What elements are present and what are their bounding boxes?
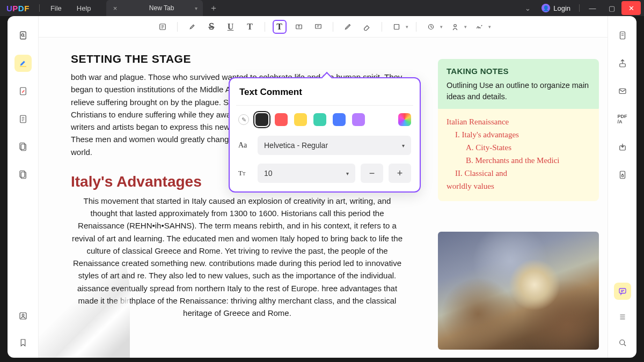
chevron-down-icon[interactable]: ▾ bbox=[195, 5, 197, 11]
outline-line: Italian Renaissance bbox=[447, 115, 590, 128]
outline-line: B. Merchants and the Medici bbox=[447, 154, 590, 167]
separator bbox=[416, 22, 416, 32]
login-button[interactable]: 👤 Login bbox=[536, 4, 576, 12]
highlight-tool-icon[interactable] bbox=[185, 20, 199, 34]
menu-file[interactable]: File bbox=[43, 4, 69, 12]
separator bbox=[382, 22, 382, 32]
size-value: 10 bbox=[264, 169, 273, 178]
color-picker-button[interactable] bbox=[398, 113, 411, 126]
separator bbox=[333, 22, 333, 32]
right-rail: PDF/A bbox=[608, 16, 636, 358]
save-icon[interactable] bbox=[614, 138, 631, 156]
outline-line: A. City-States bbox=[447, 141, 590, 154]
svg-rect-14 bbox=[394, 24, 399, 29]
main-area: S̶ U T T ▾ ▾ ▾ ▾ SETTING THE STAGE both bbox=[39, 16, 608, 358]
callout-icon[interactable] bbox=[311, 20, 325, 34]
chevron-down-icon[interactable]: ▾ bbox=[464, 24, 467, 29]
duplicate-pages-icon[interactable] bbox=[14, 166, 32, 183]
outline-line: II. Classical and bbox=[447, 167, 590, 180]
squiggly-icon[interactable]: T bbox=[243, 20, 257, 34]
sticker-icon[interactable] bbox=[448, 20, 462, 34]
comments-panel-icon[interactable] bbox=[614, 283, 631, 300]
notes-box: TAKING NOTES Outlining Use an outline to… bbox=[438, 59, 599, 112]
separator bbox=[177, 22, 178, 32]
close-button[interactable]: ✕ bbox=[621, 1, 641, 15]
text-comment-tool[interactable]: T bbox=[273, 20, 287, 34]
svg-rect-13 bbox=[315, 24, 321, 28]
pages-icon[interactable] bbox=[14, 138, 32, 156]
heading-1: SETTING THE STAGE bbox=[71, 53, 404, 65]
color-swatch-red[interactable] bbox=[275, 113, 288, 126]
signature-icon[interactable] bbox=[472, 20, 486, 34]
outline-line: I. Italy's advantages bbox=[447, 128, 590, 141]
maximize-button[interactable]: ▢ bbox=[602, 1, 621, 15]
svg-rect-18 bbox=[619, 64, 625, 67]
stamp-icon[interactable] bbox=[424, 20, 438, 34]
strikethrough-icon[interactable]: S̶ bbox=[204, 20, 218, 34]
chevron-down-icon[interactable]: ▾ bbox=[406, 24, 408, 29]
svg-point-24 bbox=[619, 340, 624, 345]
underline-icon[interactable]: U bbox=[224, 20, 238, 34]
notes-body: Outlining Use an outline to organize mai… bbox=[447, 80, 590, 102]
email-icon[interactable] bbox=[614, 83, 631, 100]
textbox-icon[interactable] bbox=[292, 20, 306, 34]
separator bbox=[265, 22, 265, 32]
size-row: TT 10 ▾ − + bbox=[230, 160, 420, 191]
outline-panel: Italian Renaissance I. Italy's advantage… bbox=[438, 109, 599, 201]
pdfa-icon[interactable]: PDF/A bbox=[614, 110, 631, 128]
separator bbox=[579, 4, 580, 12]
list-icon[interactable] bbox=[614, 308, 631, 326]
color-swatch-purple[interactable] bbox=[352, 113, 365, 126]
color-swatch-yellow[interactable] bbox=[294, 113, 307, 126]
svg-rect-0 bbox=[20, 32, 26, 39]
no-color-icon[interactable]: ✎ bbox=[238, 114, 249, 125]
color-swatch-blue[interactable] bbox=[333, 113, 346, 126]
protect-icon[interactable] bbox=[614, 166, 631, 183]
decrease-size-button[interactable]: − bbox=[361, 164, 383, 183]
color-swatch-teal[interactable] bbox=[313, 113, 326, 126]
add-tab-button[interactable]: ＋ bbox=[207, 3, 220, 14]
popup-title: Text Comment bbox=[230, 78, 420, 105]
minimize-button[interactable]: — bbox=[583, 1, 602, 15]
eraser-icon[interactable] bbox=[360, 20, 374, 34]
menu-help[interactable]: Help bbox=[69, 4, 99, 12]
color-swatch-black[interactable] bbox=[255, 113, 268, 126]
svg-point-1 bbox=[21, 34, 24, 36]
size-select[interactable]: 10 ▾ bbox=[258, 164, 355, 183]
note-icon[interactable] bbox=[156, 20, 170, 34]
app-logo: UPDF bbox=[6, 4, 30, 13]
increase-size-button[interactable]: + bbox=[389, 164, 411, 183]
font-row: Aa Helvetica - Regular ▾ bbox=[230, 132, 420, 160]
left-rail bbox=[8, 16, 39, 358]
shape-icon[interactable] bbox=[390, 20, 404, 34]
svg-rect-23 bbox=[619, 289, 626, 293]
organize-pages-icon[interactable] bbox=[14, 110, 32, 128]
font-select[interactable]: Helvetica - Regular ▾ bbox=[258, 136, 411, 155]
chevron-down-icon[interactable]: ⌄ bbox=[519, 4, 536, 12]
text-comment-popup: Text Comment ✎ Aa Helvetica - Reg bbox=[229, 77, 421, 193]
separator bbox=[39, 4, 40, 12]
font-label-icon: Aa bbox=[238, 141, 252, 150]
chevron-down-icon[interactable]: ▾ bbox=[440, 24, 443, 29]
notes-title: TAKING NOTES bbox=[447, 67, 590, 76]
outline-line: worldly values bbox=[447, 180, 590, 193]
share-icon[interactable] bbox=[614, 55, 631, 72]
contact-icon[interactable] bbox=[14, 307, 32, 324]
close-icon[interactable]: × bbox=[112, 4, 119, 12]
highlighter-icon[interactable] bbox=[14, 55, 32, 72]
chevron-down-icon[interactable]: ▾ bbox=[488, 24, 491, 29]
tab-new[interactable]: × New Tab ▾ bbox=[106, 0, 203, 16]
svg-point-10 bbox=[22, 314, 24, 316]
font-value: Helvetica - Regular bbox=[264, 141, 328, 150]
user-icon: 👤 bbox=[541, 4, 550, 12]
document-viewport[interactable]: SETTING THE STAGE both war and plague. T… bbox=[39, 38, 608, 358]
search-page-icon[interactable] bbox=[14, 27, 32, 44]
search-icon[interactable] bbox=[614, 334, 631, 351]
chevron-down-icon: ▾ bbox=[402, 143, 405, 149]
edit-page-icon[interactable] bbox=[14, 83, 32, 100]
pencil-icon[interactable] bbox=[341, 20, 355, 34]
page-info-icon[interactable] bbox=[614, 27, 631, 44]
bookmark-icon[interactable] bbox=[14, 334, 32, 351]
login-label: Login bbox=[553, 4, 570, 12]
svg-rect-19 bbox=[619, 89, 626, 94]
